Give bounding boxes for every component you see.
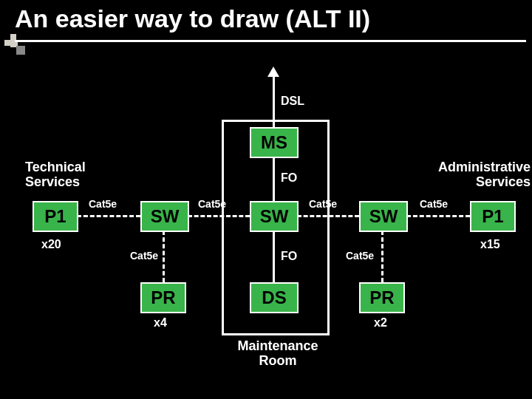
node-p1-right: P1	[470, 201, 516, 232]
link-sw3-p1r	[406, 215, 470, 217]
node-sw1: SW	[140, 201, 189, 232]
link-sw2-ds	[273, 231, 275, 282]
cat-top-4: Cat5e	[420, 198, 448, 210]
x4-label: x4	[154, 316, 167, 330]
fo-top-label: FO	[281, 171, 297, 185]
x15-label: x15	[480, 238, 500, 251]
link-sw1-prl	[163, 231, 165, 282]
cat-mid-right: Cat5e	[346, 250, 374, 262]
node-ds: DS	[250, 282, 299, 313]
x20-label: x20	[41, 238, 61, 251]
link-sw3-prr	[381, 231, 383, 282]
fo-mid-label: FO	[281, 250, 297, 263]
title-underline	[15, 40, 526, 42]
bullet-icon	[4, 34, 25, 55]
cat-top-3: Cat5e	[309, 198, 337, 210]
slide-title: An easier way to draw (ALT II)	[15, 4, 370, 33]
x2-label: x2	[374, 316, 387, 330]
node-ms: MS	[250, 127, 299, 158]
node-pr-left: PR	[140, 282, 186, 313]
link-ms-sw2	[273, 157, 275, 201]
maintenance-room-label: Maintenance Room	[233, 338, 322, 368]
cat-mid-left: Cat5e	[130, 250, 158, 262]
cat-top-1: Cat5e	[89, 198, 117, 210]
node-sw3: SW	[359, 201, 408, 232]
link-p1l-sw1	[77, 215, 140, 217]
dsl-label: DSL	[281, 95, 304, 108]
link-sw2-sw3	[297, 215, 359, 217]
dsl-arrow-line	[273, 75, 275, 127]
node-pr-right: PR	[359, 282, 405, 313]
tech-services-label: Technical Services	[25, 160, 121, 189]
node-sw2: SW	[250, 201, 299, 232]
slide: An easier way to draw (ALT II) DSL MS FO…	[0, 0, 532, 399]
admin-services-label: Administrative Services	[412, 160, 531, 189]
cat-top-2: Cat5e	[198, 198, 226, 210]
node-p1-left: P1	[33, 201, 78, 232]
dsl-arrow-head	[267, 66, 279, 77]
link-sw1-sw2	[188, 215, 250, 217]
